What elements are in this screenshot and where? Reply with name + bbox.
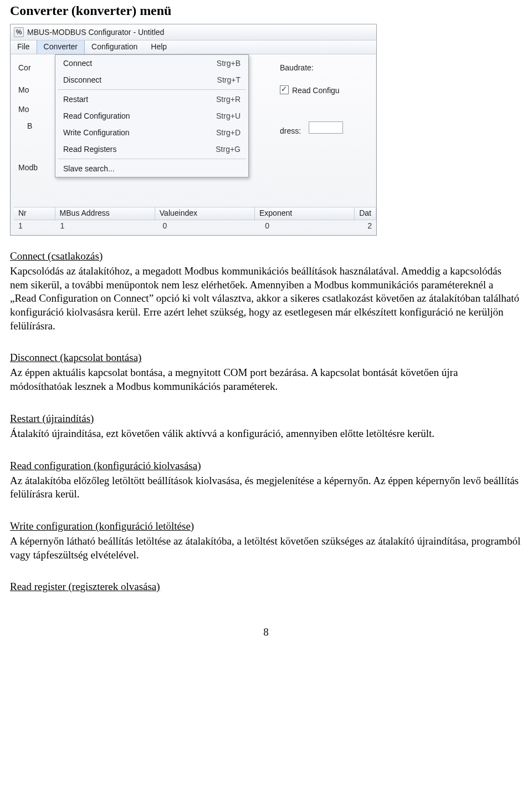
app-screenshot: % MBUS-MODBUS Configurator - Untitled Fi…	[10, 24, 377, 236]
menu-configuration[interactable]: Configuration	[85, 40, 144, 54]
bg-label: B	[18, 121, 52, 135]
section-body: Kapcsolódás az átalakítóhoz, a megadott …	[10, 265, 522, 333]
section-heading-disconnect: Disconnect (kapcsolat bontása)	[10, 352, 522, 364]
menu-item-label: Disconnect	[63, 75, 101, 84]
section-body: Az éppen aktuális kapcsolat bontása, a m…	[10, 366, 522, 393]
td: 0	[260, 220, 363, 230]
bg-label: Cor	[18, 63, 43, 72]
menu-help[interactable]: Help	[144, 40, 173, 54]
menu-item-label: Read Registers	[63, 145, 117, 154]
bg-label: Modb	[18, 163, 43, 172]
menu-item-shortcut: Strg+T	[217, 75, 241, 84]
menu-item-shortcut: Strg+B	[217, 59, 241, 68]
menu-item-write-configuration[interactable]: Write Configuration Strg+D	[55, 124, 248, 141]
page-title: Converter (konverter) menü	[10, 3, 522, 18]
menu-item-slave-search[interactable]: Slave search...	[55, 160, 248, 177]
section-body: A képernyőn látható beállítás letöltése …	[10, 535, 522, 562]
menu-item-label: Slave search...	[63, 164, 115, 173]
baudrate-label: Baudrate:	[280, 63, 369, 72]
menu-converter[interactable]: Converter	[37, 40, 85, 54]
menubar: File Converter Configuration Help	[11, 40, 376, 54]
page-number: 8	[10, 626, 522, 638]
menu-item-shortcut: Strg+D	[216, 128, 241, 137]
menu-item-connect[interactable]: Connect Strg+B	[55, 55, 248, 72]
table-header: Nr MBus Address Valueindex Exponent Dat	[14, 207, 376, 220]
section-body: Az átalakítóba előzőleg letöltött beállí…	[10, 474, 522, 501]
td: 1	[14, 220, 56, 230]
data-table: Nr MBus Address Valueindex Exponent Dat …	[14, 207, 376, 235]
converter-dropdown: Connect Strg+B Disconnect Strg+T Restart…	[55, 54, 249, 177]
td: 2	[363, 220, 376, 230]
menu-separator	[58, 89, 246, 90]
address-input[interactable]	[309, 121, 343, 134]
menu-item-shortcut: Strg+R	[216, 95, 241, 104]
checkbox-icon[interactable]: ✓	[280, 85, 289, 94]
bg-label: Mo	[18, 105, 43, 114]
bg-label: Mo	[18, 85, 43, 95]
section-heading-write-config: Write configuration (konfiguráció letölt…	[10, 520, 522, 532]
menu-item-shortcut: Strg+G	[216, 145, 241, 154]
section-heading-connect: Connect (csatlakozás)	[10, 250, 522, 262]
table-row[interactable]: 1 1 0 0 2	[14, 220, 376, 230]
td: 1	[56, 220, 158, 230]
th-dat[interactable]: Dat	[355, 207, 376, 220]
section-heading-restart: Restart (újraindítás)	[10, 413, 522, 425]
section-heading-read-config: Read configuration (konfiguráció kiolvas…	[10, 460, 522, 472]
menu-item-disconnect[interactable]: Disconnect Strg+T	[55, 72, 248, 88]
menu-item-label: Read Configuration	[63, 111, 130, 120]
menu-item-label: Restart	[63, 95, 88, 104]
menu-item-read-registers[interactable]: Read Registers Strg+G	[55, 141, 248, 157]
client-area: Cor Baudrate: Mo ✓Read Configu Mo B dr	[11, 54, 376, 60]
menu-item-label: Write Configuration	[63, 128, 130, 137]
menu-item-shortcut: Strg+U	[216, 111, 241, 120]
section-body: Átalakító újraindítása, ezt követően vál…	[10, 427, 522, 441]
read-config-label: Read Configu	[292, 86, 340, 95]
td: 0	[158, 220, 260, 230]
menu-item-read-configuration[interactable]: Read Configuration Strg+U	[55, 108, 248, 124]
read-config-checkbox[interactable]: ✓Read Configu	[280, 85, 369, 95]
section-heading-read-register: Read register (regiszterek olvasása)	[10, 581, 522, 593]
titlebar: % MBUS-MODBUS Configurator - Untitled	[11, 24, 376, 40]
menu-item-restart[interactable]: Restart Strg+R	[55, 91, 248, 108]
window-title: MBUS-MODBUS Configurator - Untitled	[27, 28, 164, 37]
th-nr[interactable]: Nr	[14, 207, 55, 220]
dress-label: dress:	[280, 126, 301, 135]
app-icon: %	[14, 27, 24, 37]
th-mbus-address[interactable]: MBus Address	[55, 207, 155, 220]
menu-item-label: Connect	[63, 59, 92, 68]
menu-separator	[58, 159, 246, 159]
th-valueindex[interactable]: Valueindex	[155, 207, 255, 220]
th-exponent[interactable]: Exponent	[255, 207, 355, 220]
address-field-area: dress:	[280, 121, 369, 135]
menu-file[interactable]: File	[11, 40, 37, 54]
